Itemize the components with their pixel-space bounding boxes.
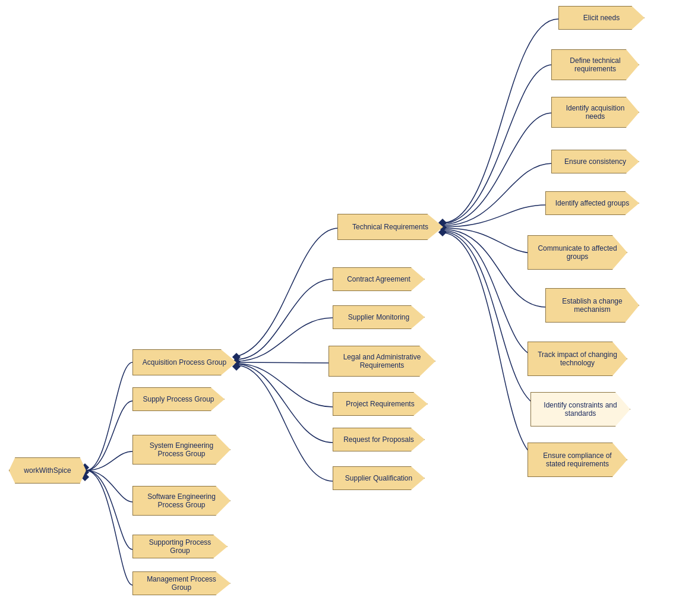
node-softeng[interactable]: Software Engineering Process Group bbox=[132, 486, 230, 516]
node-identify-aff-label: Identify affected groups bbox=[555, 199, 630, 207]
node-softeng-label: Software Engineering Process Group bbox=[139, 492, 224, 509]
node-identify-acq-label: Identify acquisition needs bbox=[558, 104, 633, 121]
node-identify-con-label: Identify constraints and standards bbox=[537, 401, 624, 418]
node-ensure-comp-label: Ensure compliance of stated requirements bbox=[534, 451, 621, 468]
node-ensure-cons-label: Ensure consistency bbox=[564, 157, 626, 166]
node-contract[interactable]: Contract Agreement bbox=[333, 267, 425, 291]
node-root-label: workWithSpice bbox=[24, 466, 71, 475]
node-identify-acq[interactable]: Identify acquisition needs bbox=[551, 97, 639, 128]
node-identify-aff[interactable]: Identify affected groups bbox=[545, 191, 639, 215]
node-legal-label: Legal and Administrative Requirements bbox=[335, 353, 429, 369]
node-define-tech[interactable]: Define technical requirements bbox=[551, 49, 639, 80]
node-root[interactable]: workWithSpice bbox=[9, 457, 86, 484]
node-establish[interactable]: Establish a change mechanism bbox=[545, 288, 639, 323]
node-communicate[interactable]: Communicate to affected groups bbox=[528, 235, 627, 270]
node-track[interactable]: Track impact of changing technology bbox=[528, 342, 627, 376]
node-legal[interactable]: Legal and Administrative Requirements bbox=[329, 346, 435, 377]
node-rfp-label: Request for Proposals bbox=[343, 435, 414, 444]
node-supporting-label: Supporting Process Group bbox=[139, 538, 221, 555]
node-communicate-label: Communicate to affected groups bbox=[534, 244, 621, 261]
node-supplier-qual-label: Supplier Qualification bbox=[345, 474, 412, 482]
node-define-tech-label: Define technical requirements bbox=[558, 56, 633, 73]
node-elicit[interactable]: Elicit needs bbox=[558, 6, 645, 30]
node-ensure-cons[interactable]: Ensure consistency bbox=[551, 150, 639, 173]
node-supporting[interactable]: Supporting Process Group bbox=[132, 535, 228, 558]
node-tech-req[interactable]: Technical Requirements bbox=[337, 214, 443, 240]
node-syseng[interactable]: System Engineering Process Group bbox=[132, 435, 230, 465]
node-tech-req-label: Technical Requirements bbox=[352, 223, 428, 231]
node-establish-label: Establish a change mechanism bbox=[552, 297, 633, 314]
node-supply[interactable]: Supply Process Group bbox=[132, 387, 225, 411]
node-rfp[interactable]: Request for Proposals bbox=[333, 428, 425, 451]
node-supplier-mon[interactable]: Supplier Monitoring bbox=[333, 305, 425, 329]
diagram-container: workWithSpice Acquisition Process Group … bbox=[0, 0, 698, 616]
node-identify-con[interactable]: Identify constraints and standards bbox=[530, 392, 630, 427]
node-project-req-label: Project Requirements bbox=[346, 400, 414, 408]
node-track-label: Track impact of changing technology bbox=[534, 350, 621, 367]
node-supplier-mon-label: Supplier Monitoring bbox=[348, 313, 409, 321]
node-contract-label: Contract Agreement bbox=[347, 275, 410, 283]
node-syseng-label: System Engineering Process Group bbox=[139, 441, 224, 458]
node-acquisition-label: Acquisition Process Group bbox=[143, 358, 226, 367]
node-supply-label: Supply Process Group bbox=[143, 395, 214, 403]
node-supplier-qual[interactable]: Supplier Qualification bbox=[333, 466, 425, 490]
node-elicit-label: Elicit needs bbox=[583, 14, 620, 22]
node-acquisition[interactable]: Acquisition Process Group bbox=[132, 349, 236, 375]
node-management-label: Management Process Group bbox=[139, 575, 224, 592]
node-project-req[interactable]: Project Requirements bbox=[333, 392, 428, 416]
node-management[interactable]: Management Process Group bbox=[132, 571, 230, 595]
node-ensure-comp[interactable]: Ensure compliance of stated requirements bbox=[528, 443, 627, 477]
